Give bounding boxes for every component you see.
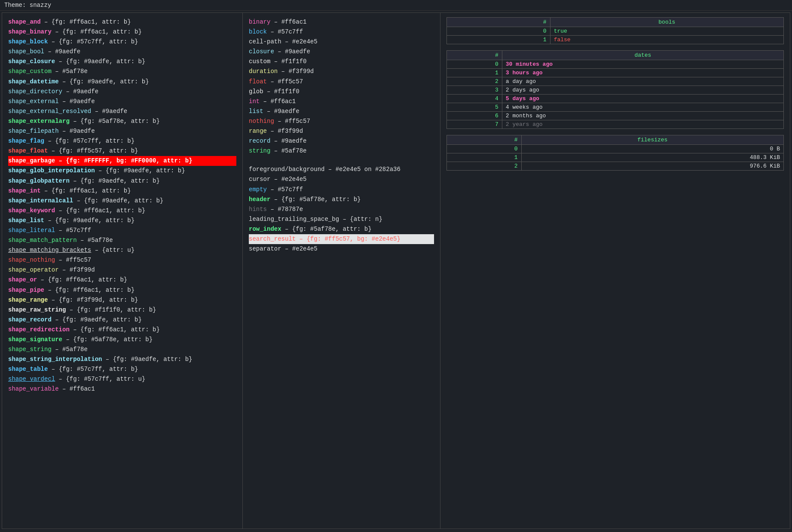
list-item: int – #ff6ac1 bbox=[249, 97, 434, 107]
list-item: shape_externalarg – {fg: #5af78e, attr: … bbox=[8, 116, 236, 126]
list-item: shape_string_interpolation – {fg: #9aedf… bbox=[8, 355, 236, 364]
col2: binary – #ff6ac1block – #57c7ffcell-path… bbox=[243, 13, 440, 529]
table-row: 72 years ago bbox=[447, 120, 784, 129]
list-item: custom – #f1f1f0 bbox=[249, 57, 434, 67]
list-item: shape_signature – {fg: #5af78e, attr: b} bbox=[8, 335, 236, 345]
table-row: 2976.6 KiB bbox=[447, 162, 784, 171]
table-row: 0true bbox=[447, 27, 784, 36]
list-item: shape_list – {fg: #9aedfe, attr: b} bbox=[8, 216, 236, 226]
table-row: 45 days ago bbox=[447, 95, 784, 103]
table-row: 32 days ago bbox=[447, 86, 784, 95]
list-item: shape_garbage – {fg: #FFFFFF, bg: #FF000… bbox=[8, 156, 236, 166]
list-item: shape_directory – #9aedfe bbox=[8, 87, 236, 97]
filesizes-num-header: # bbox=[447, 135, 522, 145]
list-item: closure – #9aedfe bbox=[249, 47, 434, 57]
list-item: shape_vardecl – {fg: #57c7ff, attr: u} bbox=[8, 374, 236, 384]
list-item: shape_flag – {fg: #57c7ff, attr: b} bbox=[8, 136, 236, 146]
list-item: shape_block – {fg: #57c7ff, attr: b} bbox=[8, 37, 236, 47]
list-item: record – #9aedfe bbox=[249, 136, 434, 146]
list-item: shape_custom – #5af78e bbox=[8, 67, 236, 76]
list-item: shape_and – {fg: #ff6ac1, attr: b} bbox=[8, 17, 236, 27]
list-item: shape_or – {fg: #ff6ac1, attr: b} bbox=[8, 275, 236, 285]
list-item: shape_match_pattern – #5af78e bbox=[8, 235, 236, 245]
list-item: shape_int – {fg: #ff6ac1, attr: b} bbox=[8, 186, 236, 196]
list-item: separator – #e2e4e5 bbox=[249, 244, 434, 254]
list-item: shape_closure – {fg: #9aedfe, attr: b} bbox=[8, 57, 236, 67]
list-item: shape_filepath – #9aedfe bbox=[8, 126, 236, 136]
table-row: 030 minutes ago bbox=[447, 60, 784, 69]
list-item: shape_globpattern – {fg: #9aedfe, attr: … bbox=[8, 176, 236, 186]
dates-num-header: # bbox=[447, 51, 502, 60]
list-item: list – #9aedfe bbox=[249, 107, 434, 116]
list-item: block – #57c7ff bbox=[249, 27, 434, 37]
list-item: shape_literal – #57c7ff bbox=[8, 226, 236, 235]
list-item: shape_raw_string – {fg: #f1f1f0, attr: b… bbox=[8, 305, 236, 315]
theme-bar: Theme: snazzy bbox=[0, 0, 792, 11]
list-item: shape_float – {fg: #ff5c57, attr: b} bbox=[8, 146, 236, 156]
bools-val-header: bools bbox=[550, 18, 783, 27]
list-item: leading_trailing_space_bg – {attr: n} bbox=[249, 214, 434, 224]
table-row: 1488.3 KiB bbox=[447, 153, 784, 162]
list-item: shape_operator – #f3f99d bbox=[8, 265, 236, 275]
list-item: shape_string – #5af78e bbox=[8, 345, 236, 355]
list-item: shape_variable – #ff6ac1 bbox=[8, 384, 236, 394]
list-item: cursor – #e2e4e5 bbox=[249, 174, 434, 184]
list-item: empty – #57c7ff bbox=[249, 185, 434, 195]
list-item: shape_bool – #9aedfe bbox=[8, 47, 236, 57]
table-row: 54 weeks ago bbox=[447, 103, 784, 112]
list-item: search_result – {fg: #ff5c57, bg: #e2e4e… bbox=[249, 234, 434, 244]
list-item: shape_binary – {fg: #ff6ac1, attr: b} bbox=[8, 27, 236, 37]
list-item: shape_datetime – {fg: #9aedfe, attr: b} bbox=[8, 77, 236, 87]
list-item: float – #ff5c57 bbox=[249, 77, 434, 87]
list-item: shape_nothing – #ff5c57 bbox=[8, 255, 236, 265]
table-row: 13 hours ago bbox=[447, 69, 784, 77]
list-item: cell-path – #e2e4e5 bbox=[249, 37, 434, 47]
list-item: shape_pipe – {fg: #ff6ac1, attr: b} bbox=[8, 285, 236, 295]
list-item: shape_table – {fg: #57c7ff, attr: b} bbox=[8, 364, 236, 374]
list-item: shape_external_resolved – #9aedfe bbox=[8, 107, 236, 116]
list-item: shape_internalcall – {fg: #9aedfe, attr:… bbox=[8, 196, 236, 206]
table-row: 1false bbox=[447, 36, 784, 44]
list-item: range – #f3f99d bbox=[249, 126, 434, 136]
list-item: shape_matching_brackets – {attr: u} bbox=[8, 245, 236, 255]
list-item: shape_redirection – {fg: #ff6ac1, attr: … bbox=[8, 325, 236, 335]
list-item: shape_external – #9aedfe bbox=[8, 97, 236, 107]
theme-label: Theme: snazzy bbox=[4, 2, 51, 9]
list-item: header – {fg: #5af78e, attr: b} bbox=[249, 195, 434, 205]
bools-table: # bools 0true1false bbox=[446, 17, 784, 44]
list-item: shape_range – {fg: #f3f99d, attr: b} bbox=[8, 295, 236, 305]
bools-num-header: # bbox=[447, 18, 550, 27]
main-container: shape_and – {fg: #ff6ac1, attr: b}shape_… bbox=[2, 12, 790, 529]
list-item: row_index – {fg: #5af78e, attr: b} bbox=[249, 224, 434, 234]
list-item: duration – #f3f99d bbox=[249, 67, 434, 76]
list-item: foreground/background – #e2e4e5 on #282a… bbox=[249, 165, 434, 174]
list-item: hints – #78787e bbox=[249, 205, 434, 214]
filesizes-table: # filesizes 00 B1488.3 KiB2976.6 KiB bbox=[446, 135, 784, 171]
col1: shape_and – {fg: #ff6ac1, attr: b}shape_… bbox=[2, 13, 243, 529]
col3: # bools 0true1false # dates 030 minutes … bbox=[440, 13, 790, 529]
table-row: 2a day ago bbox=[447, 77, 784, 86]
table-row: 00 B bbox=[447, 145, 784, 153]
list-item: nothing – #ff5c57 bbox=[249, 116, 434, 126]
list-item: shape_keyword – {fg: #ff6ac1, attr: b} bbox=[8, 206, 236, 216]
list-item: shape_record – {fg: #9aedfe, attr: b} bbox=[8, 315, 236, 325]
table-row: 62 months ago bbox=[447, 112, 784, 120]
list-item: string – #5af78e bbox=[249, 146, 434, 156]
dates-table: # dates 030 minutes ago13 hours ago2a da… bbox=[446, 50, 784, 129]
dates-val-header: dates bbox=[502, 51, 783, 60]
list-item: glob – #f1f1f0 bbox=[249, 87, 434, 97]
list-item: binary – #ff6ac1 bbox=[249, 17, 434, 27]
list-item: shape_glob_interpolation – {fg: #9aedfe,… bbox=[8, 166, 236, 176]
filesizes-val-header: filesizes bbox=[521, 135, 783, 145]
